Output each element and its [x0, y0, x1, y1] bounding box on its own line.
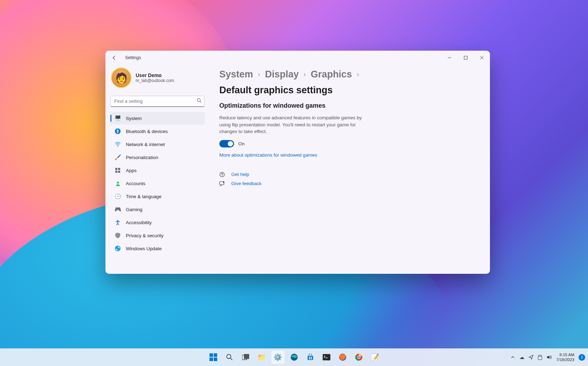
user-name: User Demo [136, 72, 174, 78]
update-icon [115, 245, 121, 252]
monitor-icon: 🖥️ [115, 115, 121, 121]
sound-icon[interactable] [545, 350, 554, 364]
firefox-button[interactable] [336, 350, 350, 364]
svg-point-35 [358, 356, 360, 358]
sidebar-item-personalization[interactable]: 🖌️Personalization [110, 151, 205, 164]
chevron-right-icon: › [304, 71, 306, 78]
clock-date: 7/18/2023 [556, 357, 574, 362]
gamepad-icon: 🎮 [115, 206, 121, 213]
usb-icon[interactable] [536, 350, 544, 364]
user-email: m_lab@outlook.com [136, 78, 174, 83]
svg-rect-24 [244, 354, 249, 359]
sidebar-item-accounts[interactable]: Accounts [110, 177, 205, 190]
titlebar: Settings [105, 51, 490, 65]
sidebar-item-label: Personalization [126, 155, 158, 160]
sidebar-item-label: Bluetooth & devices [126, 129, 168, 134]
close-button[interactable] [474, 51, 490, 65]
sidebar-item-update[interactable]: Windows Update [110, 242, 205, 255]
svg-rect-1 [464, 56, 467, 59]
section-description: Reduce latency and use advanced features… [219, 114, 367, 135]
search-input[interactable] [110, 96, 205, 107]
terminal-button[interactable] [319, 350, 334, 364]
optimizations-toggle[interactable] [219, 140, 234, 147]
svg-rect-9 [118, 171, 120, 173]
breadcrumb-graphics[interactable]: Graphics [311, 69, 352, 80]
sidebar-item-apps[interactable]: Apps [110, 164, 205, 177]
notification-badge[interactable]: 2 [579, 354, 585, 361]
globe-icon: 🕒 [115, 193, 121, 200]
section-title: Optimizations for windowed games [219, 102, 474, 109]
svg-rect-17 [209, 353, 213, 357]
chevron-right-icon: › [357, 71, 359, 78]
maximize-button[interactable] [458, 51, 474, 65]
notepad-button[interactable]: 📝 [368, 350, 382, 364]
user-profile[interactable]: 🧑 User Demo m_lab@outlook.com [110, 66, 205, 93]
sidebar-item-accessibility[interactable]: Accessibility [110, 216, 205, 229]
sidebar-item-gaming[interactable]: 🎮Gaming [110, 203, 205, 216]
svg-rect-26 [308, 356, 313, 360]
location-icon[interactable] [527, 350, 535, 364]
apps-icon [115, 167, 121, 173]
edge-button[interactable] [287, 350, 301, 364]
search-button[interactable] [222, 350, 237, 364]
svg-point-16 [223, 181, 225, 183]
svg-rect-37 [538, 356, 542, 360]
svg-point-11 [117, 220, 118, 221]
sidebar-item-network[interactable]: Network & internet [110, 138, 205, 151]
avatar: 🧑 [111, 68, 131, 88]
clock-time: 8:15 AM [556, 352, 574, 357]
sidebar-item-label: System [126, 116, 142, 121]
svg-point-2 [197, 99, 200, 102]
sidebar: 🧑 User Demo m_lab@outlook.com 🖥️System B… [105, 65, 209, 274]
svg-rect-20 [214, 358, 217, 361]
minimize-button[interactable] [441, 51, 458, 65]
feedback-icon [219, 181, 226, 187]
svg-rect-28 [311, 357, 312, 358]
onedrive-icon[interactable]: ☁ [518, 350, 526, 364]
app-title: Settings [125, 55, 141, 60]
sidebar-item-label: Gaming [126, 207, 142, 212]
sidebar-item-bluetooth[interactable]: Bluetooth & devices [110, 125, 205, 138]
store-button[interactable] [303, 350, 317, 364]
sidebar-item-time[interactable]: 🕒Time & language [110, 190, 205, 203]
svg-line-3 [200, 101, 201, 103]
breadcrumb-current: Default graphics settings [219, 85, 333, 96]
main-content: System › Display › Graphics › Default gr… [209, 65, 490, 274]
sidebar-item-label: Accessibility [126, 220, 152, 225]
start-button[interactable] [206, 350, 220, 364]
shield-icon [115, 232, 121, 239]
tray-overflow-button[interactable] [509, 350, 517, 364]
svg-line-22 [231, 358, 232, 360]
file-explorer-button[interactable]: 📁 [255, 350, 269, 364]
taskbar-clock[interactable]: 8:15 AM 7/18/2023 [554, 352, 576, 362]
sidebar-item-privacy[interactable]: Privacy & security [110, 229, 205, 242]
brush-icon: 🖌️ [115, 154, 121, 160]
breadcrumb-display[interactable]: Display [265, 69, 299, 80]
sidebar-item-system[interactable]: 🖥️System [110, 112, 205, 125]
toggle-state-label: On [238, 141, 245, 146]
sidebar-item-label: Accounts [126, 181, 146, 186]
wifi-icon [115, 141, 121, 147]
sidebar-item-label: Privacy & security [126, 233, 163, 238]
svg-point-21 [227, 354, 231, 359]
sidebar-item-label: Network & internet [126, 142, 165, 147]
learn-more-link[interactable]: More about optimizations for windowed ga… [219, 152, 474, 158]
taskbar: 📁 ⚙️ 📝 ☁ 8:15 AM 7/18/2023 2 [0, 348, 588, 366]
taskbar-center: 📁 ⚙️ 📝 [206, 350, 382, 364]
svg-point-12 [115, 246, 121, 251]
svg-rect-29 [309, 358, 310, 359]
chrome-button[interactable] [352, 350, 366, 364]
chevron-right-icon: › [258, 71, 260, 78]
breadcrumb: System › Display › Graphics › Default gr… [219, 69, 474, 96]
svg-rect-18 [214, 353, 217, 357]
settings-taskbar-button[interactable]: ⚙️ [271, 350, 285, 364]
svg-point-14 [222, 176, 222, 176]
give-feedback-link[interactable]: Give feedback [231, 181, 261, 186]
svg-rect-36 [539, 355, 541, 356]
sidebar-item-label: Windows Update [126, 246, 162, 251]
svg-rect-27 [309, 357, 310, 358]
breadcrumb-system[interactable]: System [219, 69, 253, 80]
task-view-button[interactable] [239, 350, 253, 364]
get-help-link[interactable]: Get help [231, 172, 249, 177]
back-button[interactable] [108, 52, 120, 64]
